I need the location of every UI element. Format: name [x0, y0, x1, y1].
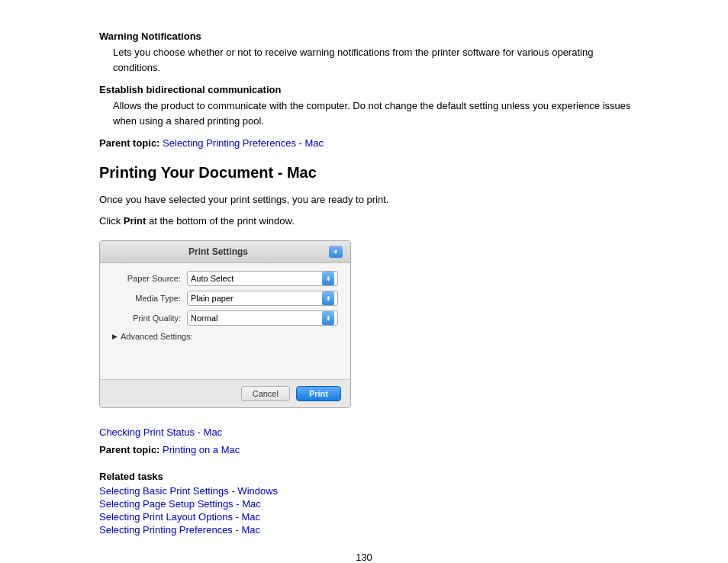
warning-notifications-body: Lets you choose whether or not to receiv… — [113, 45, 641, 75]
paragraph-2: Click Print at the bottom of the print w… — [99, 214, 641, 229]
paper-source-label: Paper Source: — [112, 274, 181, 283]
print-quality-select[interactable]: Normal — [187, 310, 338, 326]
media-type-arrow-icon — [322, 291, 334, 305]
media-type-select[interactable]: Plain paper — [187, 291, 338, 306]
para2-bold: Print — [124, 215, 147, 227]
paper-source-arrow-icon — [322, 272, 334, 285]
checking-print-status-link-container: Checking Print Status - Mac — [99, 426, 641, 438]
para2-prefix: Click — [99, 215, 124, 227]
establish-communication-body: Allows the product to communicate with t… — [113, 98, 641, 128]
media-type-row: Media Type: Plain paper — [112, 291, 338, 306]
related-link-3[interactable]: Selecting Printing Preferences - Mac — [99, 524, 641, 536]
print-dialog: Print Settings Paper Source: Auto Select… — [99, 240, 351, 408]
print-quality-value: Normal — [191, 314, 217, 323]
print-quality-arrow-icon — [322, 311, 334, 325]
media-type-value: Plain paper — [191, 294, 234, 303]
print-quality-row: Print Quality: Normal — [112, 310, 338, 326]
advanced-settings-arrow-icon: ▶ — [112, 333, 118, 340]
paper-source-row: Paper Source: Auto Select — [112, 271, 338, 286]
cancel-button[interactable]: Cancel — [241, 386, 290, 401]
print-button[interactable]: Print — [296, 386, 341, 401]
media-type-label: Media Type: — [112, 294, 181, 303]
checking-print-status-link[interactable]: Checking Print Status - Mac — [99, 426, 222, 438]
parent-topic-2-label: Parent topic: — [99, 444, 159, 455]
advanced-settings-label: Advanced Settings: — [121, 332, 193, 341]
dialog-footer: Cancel Print — [100, 379, 350, 407]
print-quality-label: Print Quality: — [112, 314, 181, 323]
warning-notifications-title: Warning Notifications — [99, 31, 641, 42]
parent-topic-1-link[interactable]: Selecting Printing Preferences - Mac — [163, 137, 324, 149]
section-heading: Printing Your Document - Mac — [99, 164, 641, 182]
dialog-title-dropdown[interactable] — [329, 246, 343, 258]
page-number: 130 — [356, 552, 372, 563]
related-link-1[interactable]: Selecting Page Setup Settings - Mac — [99, 498, 641, 510]
parent-topic-2-link[interactable]: Printing on a Mac — [163, 444, 240, 455]
related-link-2[interactable]: Selecting Print Layout Options - Mac — [99, 511, 641, 523]
dialog-body: Paper Source: Auto Select Media Type: Pl… — [100, 263, 350, 379]
para2-suffix: at the bottom of the print window. — [146, 215, 294, 227]
related-link-0[interactable]: Selecting Basic Print Settings - Windows — [99, 485, 641, 497]
establish-communication-title: Establish bidirectional communication — [99, 84, 641, 95]
parent-topic-2: Parent topic: Printing on a Mac — [99, 444, 641, 455]
related-tasks-links: Selecting Basic Print Settings - Windows… — [99, 485, 641, 536]
parent-topic-1-label: Parent topic: — [99, 137, 159, 149]
paper-source-select[interactable]: Auto Select — [187, 271, 338, 286]
paragraph-1: Once you have selected your print settin… — [99, 192, 641, 208]
parent-topic-1: Parent topic: Selecting Printing Prefere… — [99, 137, 641, 149]
related-tasks-heading: Related tasks — [99, 471, 641, 482]
paper-source-value: Auto Select — [191, 274, 234, 283]
dialog-title: Print Settings — [108, 246, 329, 257]
related-tasks-section: Related tasks Selecting Basic Print Sett… — [99, 471, 641, 536]
advanced-settings-row[interactable]: ▶ Advanced Settings: — [112, 332, 338, 341]
dialog-titlebar: Print Settings — [100, 241, 350, 263]
